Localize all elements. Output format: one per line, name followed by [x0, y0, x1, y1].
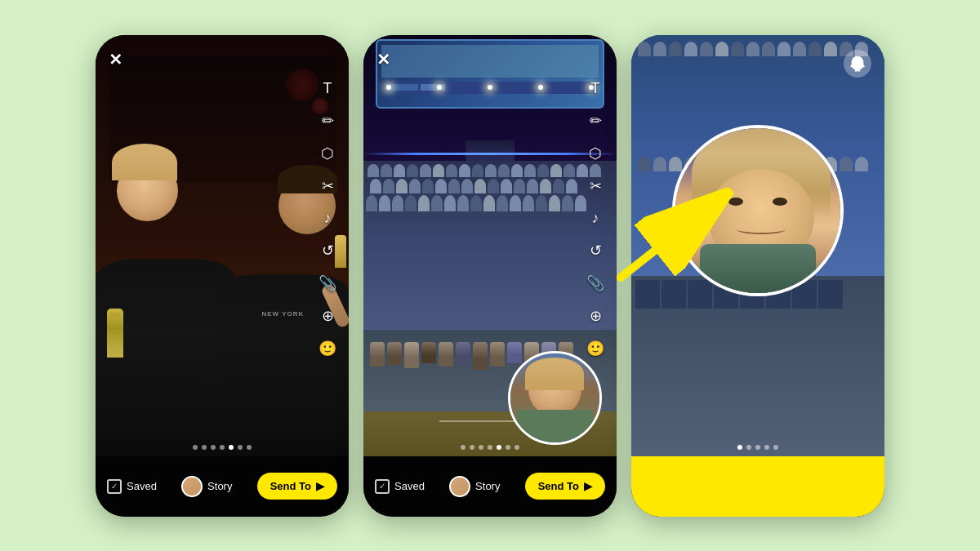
light-3 — [488, 85, 492, 90]
crowd-head — [435, 179, 447, 193]
attach-icon[interactable]: 📎 — [318, 274, 337, 292]
dot2-3 — [479, 445, 483, 450]
progress-dots-1 — [193, 445, 252, 450]
crowd-head — [472, 164, 483, 177]
crowd-head — [446, 164, 457, 177]
sticker-icon-2[interactable]: 🙂 — [586, 340, 605, 358]
ch — [793, 42, 806, 56]
phone-2-frame: ✕ T ✏ ⬡ ✂ ♪ ↺ 📎 ⊕ 🙂 — [363, 35, 617, 517]
ch — [840, 157, 853, 171]
scissor-icon-2[interactable]: ✂ — [586, 177, 605, 195]
draw-icon[interactable]: ✏ — [318, 112, 337, 130]
crowd-head — [366, 195, 377, 211]
story-button-2[interactable]: Story — [449, 476, 500, 497]
story-button-1[interactable]: Story — [181, 476, 232, 497]
crop-icon-2[interactable]: ⊕ — [586, 307, 605, 325]
toolbar-2: T ✏ ⬡ ✂ ♪ ↺ 📎 ⊕ 🙂 — [586, 80, 605, 358]
crowd-head — [379, 195, 390, 211]
right-eye — [773, 198, 787, 206]
crowd-head — [488, 179, 499, 193]
music-icon[interactable]: ♪ — [318, 210, 337, 227]
crowd-head — [564, 164, 575, 177]
crowd-head — [407, 164, 418, 177]
saved-check-icon: ✓ — [107, 479, 122, 494]
ch — [715, 42, 728, 56]
story-label-2: Story — [475, 480, 500, 492]
story-avatar-2 — [449, 476, 470, 497]
crowd-head — [562, 195, 573, 211]
ch — [731, 42, 744, 56]
saved-label-2: Saved — [394, 480, 425, 492]
snapchat-icon-3[interactable] — [844, 50, 871, 78]
crowd-row-3 — [363, 195, 617, 211]
light-2 — [437, 85, 442, 90]
close-button-1[interactable]: ✕ — [109, 50, 122, 69]
sticker-icon[interactable]: 🙂 — [318, 340, 337, 358]
person1-hair — [112, 144, 177, 180]
phone-1-frame: Corona Extra — [96, 35, 349, 517]
saved-button-1[interactable]: ✓ Saved — [107, 479, 157, 494]
dot2-5-active — [497, 445, 501, 450]
avatar-img-1 — [183, 478, 201, 495]
ch — [669, 42, 682, 56]
dot2-6 — [506, 445, 510, 450]
crowd-head — [498, 164, 510, 177]
crowd-rows — [363, 161, 617, 329]
lower-person — [473, 342, 488, 370]
lower-person — [439, 342, 453, 367]
dot3-2 — [746, 445, 751, 450]
selfie-circle-2 — [508, 351, 602, 445]
saved-button-2[interactable]: ✓ Saved — [375, 479, 425, 494]
avatar-img-2 — [451, 478, 469, 495]
crowd-row-2 — [363, 179, 617, 193]
crowd-head — [394, 164, 405, 177]
saved-label-1: Saved — [127, 480, 157, 492]
ch — [669, 157, 682, 171]
page-container: Corona Extra — [0, 0, 980, 551]
crowd-head — [527, 179, 538, 193]
dot3-3 — [755, 445, 760, 450]
music-icon-2[interactable]: ♪ — [586, 210, 605, 227]
crowd-head — [409, 179, 421, 193]
crowd-head — [566, 179, 577, 193]
light-4 — [538, 85, 543, 90]
text-tool-icon[interactable]: T — [318, 80, 337, 97]
rotate-icon-2[interactable]: ↺ — [586, 242, 605, 260]
lower-person — [370, 342, 385, 367]
crowd-head — [448, 179, 460, 193]
light-1 — [386, 85, 391, 90]
closeup-circle-3 — [672, 125, 844, 296]
bar-bg: NEW YORK — [96, 35, 349, 456]
crop-icon[interactable]: ⊕ — [318, 307, 337, 325]
send-to-label-2: Send To — [538, 480, 579, 492]
phone-3-screen — [631, 35, 884, 517]
shape-icon-2[interactable]: ⬡ — [586, 144, 605, 162]
crowd-head — [459, 164, 470, 177]
shape-icon[interactable]: ⬡ — [318, 144, 337, 162]
dot-3 — [211, 445, 216, 450]
crowd-head — [511, 164, 523, 177]
crowd-row-1 — [363, 164, 617, 177]
send-to-button-2[interactable]: Send To ▶ — [525, 473, 605, 500]
close-button-2[interactable]: ✕ — [376, 50, 390, 69]
crowd-head — [381, 164, 392, 177]
ch — [700, 42, 713, 56]
dot2-1 — [461, 445, 466, 450]
scissor-icon[interactable]: ✂ — [318, 177, 337, 195]
phone-1-screen: Corona Extra — [96, 35, 349, 517]
crowd-head — [444, 195, 456, 211]
crowd-head — [537, 164, 549, 177]
lower-person — [456, 342, 470, 365]
dot-7 — [247, 445, 252, 450]
rotate-icon[interactable]: ↺ — [318, 242, 337, 260]
scoreboard — [376, 39, 604, 109]
crowd-head — [497, 195, 508, 211]
send-to-label-1: Send To — [270, 480, 311, 492]
draw-icon-2[interactable]: ✏ — [586, 112, 605, 130]
ch — [824, 42, 837, 56]
send-to-button-1[interactable]: Send To ▶ — [257, 473, 337, 500]
crowd-head — [396, 179, 408, 193]
text-tool-icon-2[interactable]: T — [586, 80, 605, 97]
attach-icon-2[interactable]: 📎 — [586, 274, 605, 292]
crowd-head — [523, 195, 534, 211]
